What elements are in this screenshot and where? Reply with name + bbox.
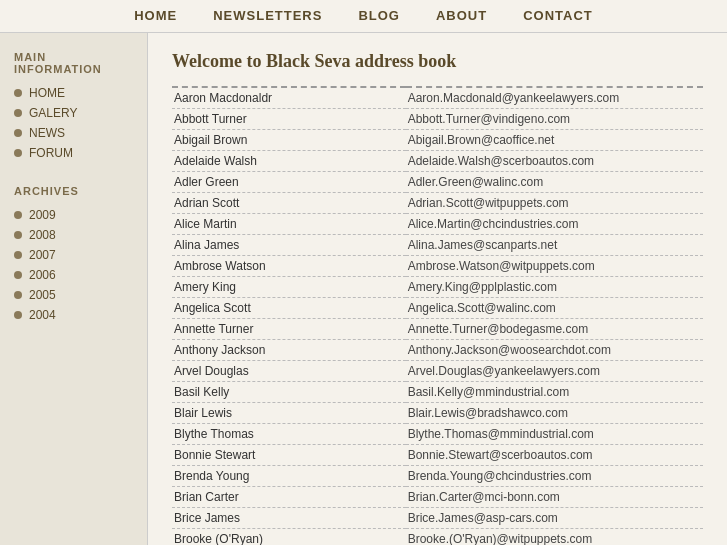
- sidebar-archive-2006[interactable]: 2006: [14, 265, 133, 285]
- table-row: Aaron Macdonaldr Aaron.Macdonald@yankeel…: [172, 87, 703, 109]
- address-table: Aaron Macdonaldr Aaron.Macdonald@yankeel…: [172, 86, 703, 545]
- contact-email: Annette.Turner@bodegasme.com: [406, 319, 703, 340]
- contact-name: Blythe Thomas: [172, 424, 406, 445]
- bullet-icon: [14, 211, 22, 219]
- archive-link[interactable]: 2004: [29, 308, 56, 322]
- sidebar-archive-2004[interactable]: 2004: [14, 305, 133, 325]
- table-row: Ambrose Watson Ambrose.Watson@witpuppets…: [172, 256, 703, 277]
- contact-name: Blair Lewis: [172, 403, 406, 424]
- sidebar-link[interactable]: HOME: [29, 86, 65, 100]
- sidebar-archive-2005[interactable]: 2005: [14, 285, 133, 305]
- contact-name: Aaron Macdonaldr: [172, 87, 406, 109]
- bullet-icon: [14, 291, 22, 299]
- contact-email: Ambrose.Watson@witpuppets.com: [406, 256, 703, 277]
- sidebar-item-news[interactable]: NEWS: [14, 123, 133, 143]
- table-row: Brice James Brice.James@asp-cars.com: [172, 508, 703, 529]
- contact-name: Abbott Turner: [172, 109, 406, 130]
- table-row: Adrian Scott Adrian.Scott@witpuppets.com: [172, 193, 703, 214]
- contact-email: Bonnie.Stewart@scerboautos.com: [406, 445, 703, 466]
- contact-name: Alice Martin: [172, 214, 406, 235]
- table-row: Adler Green Adler.Green@walinc.com: [172, 172, 703, 193]
- contact-email: Amery.King@pplplastic.com: [406, 277, 703, 298]
- table-row: Abigail Brown Abigail.Brown@caoffice.net: [172, 130, 703, 151]
- bullet-icon: [14, 271, 22, 279]
- contact-name: Brenda Young: [172, 466, 406, 487]
- contact-name: Abigail Brown: [172, 130, 406, 151]
- main-info-title: MAIN INFORMATION: [14, 51, 133, 75]
- archive-link[interactable]: 2009: [29, 208, 56, 222]
- bullet-icon: [14, 89, 22, 97]
- contact-name: Brice James: [172, 508, 406, 529]
- contact-email: Abigail.Brown@caoffice.net: [406, 130, 703, 151]
- contact-email: Adrian.Scott@witpuppets.com: [406, 193, 703, 214]
- table-row: Annette Turner Annette.Turner@bodegasme.…: [172, 319, 703, 340]
- sidebar-item-forum[interactable]: FORUM: [14, 143, 133, 163]
- table-row: Basil Kelly Basil.Kelly@mmindustrial.com: [172, 382, 703, 403]
- archive-link[interactable]: 2008: [29, 228, 56, 242]
- contact-name: Anthony Jackson: [172, 340, 406, 361]
- contact-name: Bonnie Stewart: [172, 445, 406, 466]
- sidebar-archive-2009[interactable]: 2009: [14, 205, 133, 225]
- contact-email: Arvel.Douglas@yankeelawyers.com: [406, 361, 703, 382]
- table-row: Anthony Jackson Anthony.Jackson@woosearc…: [172, 340, 703, 361]
- table-row: Amery King Amery.King@pplplastic.com: [172, 277, 703, 298]
- contact-email: Adler.Green@walinc.com: [406, 172, 703, 193]
- nav-blog[interactable]: BLOG: [358, 8, 400, 23]
- contact-email: Blythe.Thomas@mmindustrial.com: [406, 424, 703, 445]
- contact-email: Brian.Carter@mci-bonn.com: [406, 487, 703, 508]
- contact-name: Amery King: [172, 277, 406, 298]
- archive-link[interactable]: 2005: [29, 288, 56, 302]
- nav-contact[interactable]: CONTACT: [523, 8, 593, 23]
- contact-email: Brenda.Young@chcindustries.com: [406, 466, 703, 487]
- top-navigation: HOMENEWSLETTERSBLOGABOUTCONTACT: [0, 0, 727, 33]
- table-row: Bonnie Stewart Bonnie.Stewart@scerboauto…: [172, 445, 703, 466]
- contact-name: Arvel Douglas: [172, 361, 406, 382]
- contact-email: Alice.Martin@chcindustries.com: [406, 214, 703, 235]
- contact-email: Brooke.(O'Ryan)@witpuppets.com: [406, 529, 703, 546]
- contact-name: Adrian Scott: [172, 193, 406, 214]
- archive-link[interactable]: 2006: [29, 268, 56, 282]
- contact-name: Angelica Scott: [172, 298, 406, 319]
- page-title: Welcome to Black Seva address book: [172, 51, 703, 72]
- table-row: Alice Martin Alice.Martin@chcindustries.…: [172, 214, 703, 235]
- sidebar-link[interactable]: NEWS: [29, 126, 65, 140]
- contact-name: Adelaide Walsh: [172, 151, 406, 172]
- bullet-icon: [14, 251, 22, 259]
- contact-name: Brian Carter: [172, 487, 406, 508]
- contact-email: Anthony.Jackson@woosearchdot.com: [406, 340, 703, 361]
- bullet-icon: [14, 149, 22, 157]
- contact-name: Alina James: [172, 235, 406, 256]
- archive-link[interactable]: 2007: [29, 248, 56, 262]
- nav-about[interactable]: ABOUT: [436, 8, 487, 23]
- table-row: Arvel Douglas Arvel.Douglas@yankeelawyer…: [172, 361, 703, 382]
- main-content: Welcome to Black Seva address book Aaron…: [148, 33, 727, 545]
- sidebar-archive-2008[interactable]: 2008: [14, 225, 133, 245]
- contact-email: Adelaide.Walsh@scerboautos.com: [406, 151, 703, 172]
- nav-home[interactable]: HOME: [134, 8, 177, 23]
- contact-email: Brice.James@asp-cars.com: [406, 508, 703, 529]
- sidebar-item-galery[interactable]: GALERY: [14, 103, 133, 123]
- contact-email: Basil.Kelly@mmindustrial.com: [406, 382, 703, 403]
- contact-email: Abbott.Turner@vindigeno.com: [406, 109, 703, 130]
- table-row: Blythe Thomas Blythe.Thomas@mmindustrial…: [172, 424, 703, 445]
- sidebar-archive-2007[interactable]: 2007: [14, 245, 133, 265]
- bullet-icon: [14, 109, 22, 117]
- sidebar-link[interactable]: GALERY: [29, 106, 77, 120]
- table-row: Brian Carter Brian.Carter@mci-bonn.com: [172, 487, 703, 508]
- table-row: Brenda Young Brenda.Young@chcindustries.…: [172, 466, 703, 487]
- table-row: Adelaide Walsh Adelaide.Walsh@scerboauto…: [172, 151, 703, 172]
- nav-newsletters[interactable]: NEWSLETTERS: [213, 8, 322, 23]
- contact-name: Basil Kelly: [172, 382, 406, 403]
- table-row: Abbott Turner Abbott.Turner@vindigeno.co…: [172, 109, 703, 130]
- table-row: Angelica Scott Angelica.Scott@walinc.com: [172, 298, 703, 319]
- contact-email: Aaron.Macdonald@yankeelawyers.com: [406, 87, 703, 109]
- bullet-icon: [14, 129, 22, 137]
- sidebar-link[interactable]: FORUM: [29, 146, 73, 160]
- contact-email: Alina.James@scanparts.net: [406, 235, 703, 256]
- bullet-icon: [14, 311, 22, 319]
- contact-name: Adler Green: [172, 172, 406, 193]
- table-row: Brooke (O'Ryan) Brooke.(O'Ryan)@witpuppe…: [172, 529, 703, 546]
- contact-name: Annette Turner: [172, 319, 406, 340]
- sidebar-item-home[interactable]: HOME: [14, 83, 133, 103]
- sidebar: MAIN INFORMATION HOMEGALERYNEWSFORUM ARC…: [0, 33, 148, 545]
